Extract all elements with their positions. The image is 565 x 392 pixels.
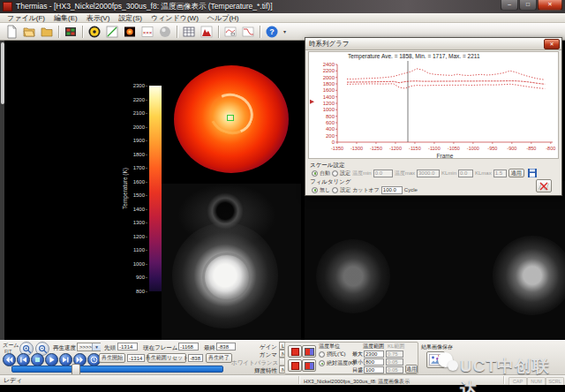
menu-settings[interactable]: 設定(S): [114, 13, 147, 23]
temp-max-label: 温度max: [395, 170, 415, 177]
camera-image-right[interactable]: [305, 181, 565, 340]
y-tick-label: 1400: [323, 94, 335, 100]
filter-manual-radio[interactable]: [332, 187, 338, 193]
max-row-label: 最大: [352, 351, 363, 358]
kl-step-input[interactable]: [386, 366, 403, 373]
kelvin-radio[interactable]: [319, 360, 325, 366]
molten-droplet-dim: [493, 236, 565, 315]
range-reset-button[interactable]: 再生範囲リセット: [147, 353, 186, 363]
status-separator: [298, 376, 299, 384]
frame-grabber-icon[interactable]: [63, 24, 79, 39]
data-grid-icon[interactable]: [181, 24, 197, 39]
step-back-button[interactable]: [17, 353, 30, 366]
timeseries-chart-icon[interactable]: [222, 24, 238, 39]
menu-help[interactable]: ヘルプ(H): [203, 13, 244, 23]
maximize-button[interactable]: □: [519, 0, 537, 11]
x-axis-label: Frame: [437, 153, 454, 159]
status-ready: レディ: [4, 377, 23, 384]
palette-color-button-1[interactable]: [288, 345, 302, 358]
y-tick-label: 2200: [323, 68, 335, 73]
scale-section-title: スケール設定: [310, 161, 559, 169]
toolbar-separator: [58, 26, 59, 38]
x-tick-label: -1250: [370, 146, 382, 151]
molten-droplet-faint: [316, 239, 390, 313]
jump-start-button[interactable]: [3, 353, 16, 366]
colorbar-tick: 1800: [133, 152, 147, 157]
window-title: Thermias - [HX3_Nickel2000fps_300us_f8: …: [16, 2, 273, 12]
temperature-image[interactable]: [162, 44, 301, 184]
filter-none-radio[interactable]: [312, 187, 318, 193]
droplet-ring: [202, 253, 252, 302]
scale-auto-radio[interactable]: [312, 170, 318, 177]
start-frame-input[interactable]: [117, 343, 138, 351]
kl-min-input[interactable]: [386, 358, 403, 366]
temp-max-input[interactable]: [417, 170, 440, 177]
speed-select[interactable]: >>>>▼: [77, 343, 101, 351]
folder-icon[interactable]: [39, 24, 55, 39]
close-button[interactable]: ✕: [538, 0, 562, 11]
celsius-radio[interactable]: [319, 351, 325, 358]
sphere-icon[interactable]: [157, 24, 173, 39]
graph-close-button[interactable]: ✕: [544, 39, 560, 49]
thermal-image-icon[interactable]: [122, 24, 138, 39]
play-start-input[interactable]: [127, 354, 145, 362]
palette-color-button-2[interactable]: [288, 359, 302, 372]
vertical-scrollbar[interactable]: [0, 41, 4, 340]
save-graph-icon[interactable]: [526, 168, 539, 178]
radiation-source-icon[interactable]: [87, 24, 102, 39]
luminance-label: 輝度特性: [238, 367, 277, 374]
filter-toggle-button[interactable]: [536, 179, 552, 192]
menu-window[interactable]: ウィンドウ(W): [147, 13, 203, 23]
temp-min-input[interactable]: [373, 170, 393, 177]
y-tick-label: 400: [326, 126, 335, 132]
range-end-input[interactable]: [188, 354, 203, 362]
menu-edit[interactable]: 編集(E): [49, 13, 82, 23]
menu-view[interactable]: 表示(V): [82, 13, 115, 23]
temp-step-input[interactable]: [364, 366, 384, 373]
profile-chart-icon[interactable]: [240, 24, 256, 39]
kl-max-input[interactable]: [493, 170, 507, 177]
scale-apply-button[interactable]: 適用: [508, 169, 524, 177]
minimize-button[interactable]: –: [501, 0, 518, 11]
palette-split-button-1[interactable]: [302, 345, 316, 358]
title-bar[interactable]: Thermias - [HX3_Nickel2000fps_300us_f8: …: [0, 0, 565, 13]
open-folder-icon[interactable]: [21, 24, 37, 39]
temp-max-input[interactable]: [364, 351, 384, 358]
colorbar-tick: 1000: [133, 261, 147, 267]
temp-min-input[interactable]: [364, 358, 384, 366]
status-document: HX3_Nickel2000fps_300us_f8: 温度画像表示: [304, 378, 410, 385]
svg-text:×××: ×××: [143, 29, 153, 34]
window-controls: – □ ✕: [501, 0, 562, 11]
menu-file[interactable]: ファイル(F): [3, 13, 49, 23]
palette-split-button-2[interactable]: [302, 359, 316, 372]
kl-min-label: KLmin: [441, 170, 456, 176]
scale-manual-radio[interactable]: [332, 170, 338, 177]
play-button[interactable]: [45, 353, 58, 366]
current-frame-input[interactable]: [178, 343, 199, 351]
end-frame-input[interactable]: [216, 343, 236, 351]
calibration-chart-icon[interactable]: [104, 24, 120, 39]
scrollbar-thumb[interactable]: [1, 42, 4, 104]
toolbar-separator: [218, 26, 219, 38]
emissivity-pattern-icon[interactable]: ×××: [139, 24, 155, 39]
graph-window-title: 時系列グラフ: [309, 40, 350, 49]
graph-window-titlebar[interactable]: 時系列グラフ ✕: [305, 38, 561, 50]
new-file-icon[interactable]: [4, 24, 19, 39]
frame-slider-track[interactable]: [11, 366, 223, 373]
temp-apply-button[interactable]: 適用: [405, 365, 418, 373]
kl-min-input[interactable]: [458, 170, 473, 177]
cutoff-input[interactable]: [381, 186, 403, 194]
colorbar-tick: 1500: [133, 192, 147, 198]
histogram-icon[interactable]: [199, 24, 215, 39]
kl-max-input[interactable]: [386, 351, 403, 358]
x-tick-label: -1350: [331, 146, 343, 151]
y-tick-label: 600: [326, 120, 335, 125]
step-forward-button[interactable]: [59, 353, 72, 366]
stop-button[interactable]: [31, 353, 44, 366]
chart-plot: 0200400600800100012001400160018002000220…: [309, 60, 558, 159]
play-end-button[interactable]: 再生終了: [206, 353, 232, 363]
play-start-button[interactable]: 再生開始: [99, 353, 125, 363]
help-icon[interactable]: ?: [264, 24, 280, 39]
toolbar-overflow-arrow[interactable]: ▾: [283, 28, 286, 34]
camera-image-left[interactable]: [162, 184, 301, 340]
